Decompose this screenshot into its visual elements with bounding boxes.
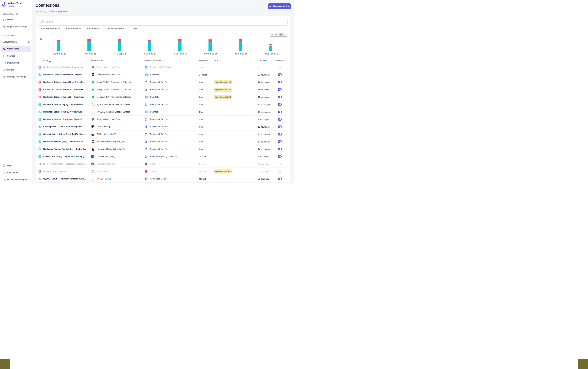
svg-text:SQL: SQL [93,172,95,173]
svg-text:01: 01 [146,179,146,180]
svg-text:SQL: SQL [93,179,95,181]
svg-text:SQL: SQL [93,113,95,114]
svg-text:SQL: SQL [93,105,95,106]
svg-text:S: S [92,163,93,165]
